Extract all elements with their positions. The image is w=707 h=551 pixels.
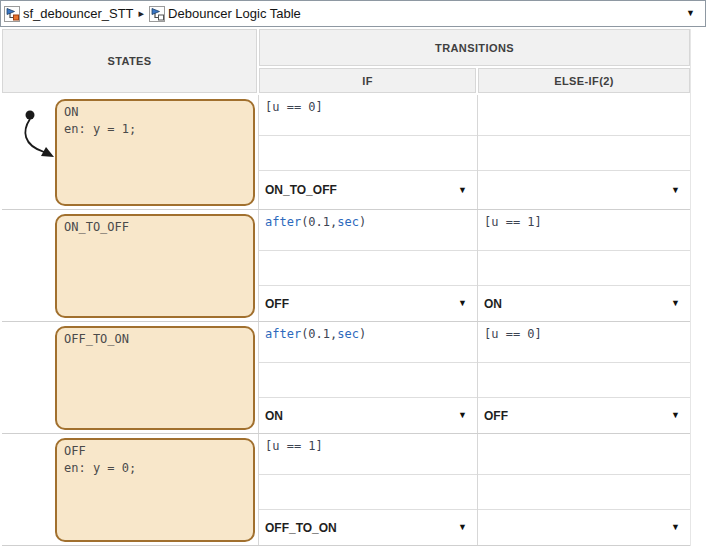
table-right-border xyxy=(690,29,691,546)
states-cell: ON_TO_OFF xyxy=(2,210,258,321)
destination-dropdown[interactable]: ▼ xyxy=(478,171,690,209)
condition-cell[interactable]: after(0.1,sec) xyxy=(259,322,477,363)
state-transition-table-icon xyxy=(149,6,165,22)
chevron-down-icon: ▼ xyxy=(458,186,467,195)
state-box[interactable]: OFF en: y = 0; xyxy=(55,438,255,542)
destination-label: ON xyxy=(265,409,283,423)
elseif-cell: [u == 0] OFF ▼ xyxy=(477,322,690,433)
state-box[interactable]: OFF_TO_ON xyxy=(55,326,255,430)
condition-cell[interactable]: [u == 1] xyxy=(259,434,477,475)
header-elseif: ELSE-IF(2) xyxy=(478,68,690,93)
state-title: OFF_TO_ON xyxy=(64,331,246,348)
table-row: OFF en: y = 0; [u == 1] OFF_TO_ON ▼ ▼ xyxy=(2,434,690,546)
condition-cell[interactable]: after(0.1,sec) xyxy=(259,210,477,251)
chevron-down-icon: ▼ xyxy=(671,523,680,532)
destination-label: OFF_TO_ON xyxy=(265,521,337,535)
table-row: ON_TO_OFF after(0.1,sec) OFF ▼ [u == 1] … xyxy=(2,210,690,322)
condition-cell[interactable]: [u == 0] xyxy=(259,95,477,136)
destination-dropdown[interactable]: ▼ xyxy=(478,510,690,545)
destination-dropdown[interactable]: ON_TO_OFF ▼ xyxy=(259,171,477,209)
if-cell: after(0.1,sec) OFF ▼ xyxy=(258,210,477,321)
destination-dropdown[interactable]: OFF ▼ xyxy=(478,398,690,433)
destination-dropdown[interactable]: ON ▼ xyxy=(259,398,477,433)
destination-dropdown[interactable]: OFF_TO_ON ▼ xyxy=(259,510,477,545)
action-cell[interactable] xyxy=(478,251,690,286)
elseif-cell: ▼ xyxy=(477,95,690,209)
header-transitions: TRANSITIONS xyxy=(259,29,690,66)
destination-label: ON xyxy=(484,297,502,311)
state-box[interactable]: ON_TO_OFF xyxy=(55,214,255,318)
chevron-down-icon: ▼ xyxy=(458,299,467,308)
breadcrumb[interactable]: sf_debouncer_STT ▸ Debouncer Logic Table… xyxy=(0,0,706,27)
state-transition-table: STATES TRANSITIONS IF ELSE-IF(2) ON en: … xyxy=(2,29,690,546)
action-cell[interactable] xyxy=(478,136,690,171)
header-states: STATES xyxy=(2,29,257,93)
condition-cell[interactable]: [u == 0] xyxy=(478,322,690,363)
condition-cell[interactable]: [u == 1] xyxy=(478,210,690,251)
chevron-down-icon: ▼ xyxy=(458,523,467,532)
table-row: ON en: y = 1; [u == 0] ON_TO_OFF ▼ ▼ xyxy=(2,95,690,210)
action-cell[interactable] xyxy=(259,475,477,510)
states-cell: OFF en: y = 0; xyxy=(2,434,258,545)
state-box[interactable]: ON en: y = 1; xyxy=(55,99,255,206)
condition-cell[interactable] xyxy=(478,434,690,475)
destination-dropdown[interactable]: ON ▼ xyxy=(478,286,690,321)
chevron-down-icon: ▼ xyxy=(458,411,467,420)
state-title: OFF xyxy=(64,443,246,460)
breadcrumb-item-current[interactable]: Debouncer Logic Table xyxy=(168,6,301,21)
destination-label: OFF xyxy=(484,409,508,423)
if-cell: [u == 0] ON_TO_OFF ▼ xyxy=(258,95,477,209)
default-transition-arrow-icon xyxy=(8,107,60,165)
destination-label: ON_TO_OFF xyxy=(265,183,337,197)
action-cell[interactable] xyxy=(478,475,690,510)
state-action: en: y = 1; xyxy=(64,121,246,138)
action-cell[interactable] xyxy=(259,136,477,171)
breadcrumb-dropdown-icon[interactable]: ▼ xyxy=(684,5,697,22)
states-cell: ON en: y = 1; xyxy=(2,95,258,209)
destination-dropdown[interactable]: OFF ▼ xyxy=(259,286,477,321)
elseif-cell: ▼ xyxy=(477,434,690,545)
table-body: ON en: y = 1; [u == 0] ON_TO_OFF ▼ ▼ xyxy=(2,95,690,546)
condition-cell[interactable] xyxy=(478,95,690,136)
stateflow-chart-icon xyxy=(4,6,20,22)
action-cell[interactable] xyxy=(478,363,690,398)
table-row: OFF_TO_ON after(0.1,sec) ON ▼ [u == 0] O… xyxy=(2,322,690,434)
breadcrumb-item-root[interactable]: sf_debouncer_STT xyxy=(23,6,134,21)
action-cell[interactable] xyxy=(259,363,477,398)
states-cell: OFF_TO_ON xyxy=(2,322,258,433)
chevron-down-icon: ▼ xyxy=(671,299,680,308)
elseif-cell: [u == 1] ON ▼ xyxy=(477,210,690,321)
state-action: en: y = 0; xyxy=(64,460,246,477)
header-if: IF xyxy=(259,68,476,93)
destination-label: OFF xyxy=(265,297,289,311)
if-cell: [u == 1] OFF_TO_ON ▼ xyxy=(258,434,477,545)
chevron-down-icon: ▼ xyxy=(671,186,680,195)
chevron-down-icon: ▼ xyxy=(671,411,680,420)
state-title: ON_TO_OFF xyxy=(64,219,246,236)
action-cell[interactable] xyxy=(259,251,477,286)
state-title: ON xyxy=(64,104,246,121)
breadcrumb-separator-icon: ▸ xyxy=(139,7,145,20)
if-cell: after(0.1,sec) ON ▼ xyxy=(258,322,477,433)
